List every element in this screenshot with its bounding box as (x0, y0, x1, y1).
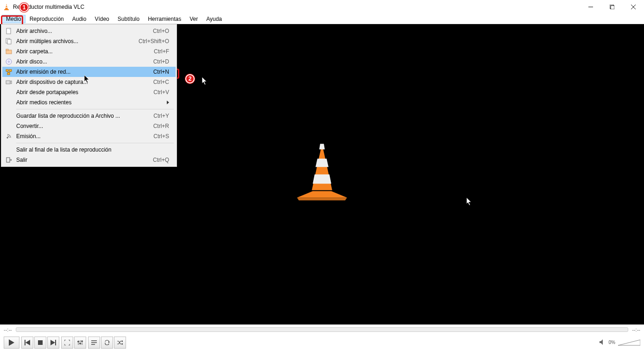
menu-shortcut: Ctrl+Q (153, 157, 174, 163)
svg-rect-25 (7, 73, 10, 75)
menu-shortcut: Ctrl+V (153, 89, 174, 95)
button-row: 0% (0, 335, 644, 350)
svg-rect-45 (77, 341, 79, 342)
menu-shortcut: Ctrl+N (153, 69, 174, 75)
files-icon (4, 38, 13, 45)
menu-subtitulo[interactable]: Subtítulo (114, 15, 144, 23)
menu-label: Abrir desde portapapeles (13, 89, 153, 95)
chevron-right-icon (167, 101, 169, 104)
menu-label: Salir (13, 157, 153, 163)
menu-quit-after[interactable]: Salir al final de la lista de reproducci… (2, 145, 176, 155)
menu-separator (16, 143, 174, 143)
menu-open-disc[interactable]: Abrir disco... Ctrl+D (2, 57, 176, 67)
previous-button[interactable] (21, 337, 33, 349)
svg-rect-6 (611, 6, 614, 9)
menu-video[interactable]: Vídeo (90, 15, 113, 23)
close-button[interactable] (623, 0, 644, 14)
menu-herramientas[interactable]: Herramientas (144, 15, 185, 23)
vlc-cone-logo (294, 141, 350, 203)
menu-shortcut: Ctrl+R (153, 123, 174, 129)
vlc-cone-icon (3, 3, 10, 11)
menu-label: Abrir carpeta... (13, 48, 154, 55)
play-button[interactable] (4, 337, 19, 349)
menu-medio[interactable]: Medio (2, 15, 25, 23)
menu-shortcut: Ctrl+O (153, 28, 174, 34)
svg-rect-31 (6, 158, 10, 162)
menu-shortcut: Ctrl+Y (153, 113, 174, 119)
menu-open-capture[interactable]: Abrir dispositivo de captura... Ctrl+C (2, 77, 176, 87)
menu-open-file[interactable]: Abrir archivo... Ctrl+O (2, 26, 176, 36)
svg-marker-0 (5, 4, 8, 9)
menu-open-recent[interactable]: Abrir medios recientes (2, 97, 176, 108)
menu-label: Abrir archivo... (13, 28, 153, 34)
menu-label: Abrir dispositivo de captura... (13, 79, 153, 85)
volume-slider[interactable] (618, 339, 640, 346)
window-controls (580, 0, 644, 14)
menu-reproduccion[interactable]: Reproducción (25, 15, 68, 23)
menu-open-clipboard[interactable]: Abrir desde portapapeles Ctrl+V (2, 87, 176, 97)
window-title: Reproductor multimedia VLC (13, 4, 84, 10)
menu-ayuda[interactable]: Ayuda (202, 15, 226, 23)
player-controls: --:-- --:-- 0% (0, 325, 644, 350)
svg-rect-3 (6, 7, 8, 8)
menu-bar: Medio Reproducción Audio Vídeo Subtítulo… (0, 14, 644, 24)
menu-shortcut: Ctrl+Shift+O (139, 38, 174, 45)
svg-marker-14 (313, 174, 331, 184)
menu-label: Emisión... (13, 133, 153, 140)
fullscreen-button[interactable] (61, 337, 73, 349)
menu-open-multiple[interactable]: Abrir múltiples archivos... Ctrl+Shift+O (2, 36, 176, 46)
quit-icon (4, 157, 13, 163)
menu-ver[interactable]: Ver (185, 15, 202, 23)
volume-control: 0% (600, 339, 640, 346)
next-button[interactable] (47, 337, 59, 349)
shuffle-button[interactable] (114, 337, 126, 349)
svg-rect-41 (55, 340, 56, 345)
svg-rect-24 (9, 70, 12, 71)
folder-icon (4, 48, 13, 55)
playlist-button[interactable] (88, 337, 100, 349)
menu-separator (16, 109, 174, 109)
maximize-button[interactable] (601, 0, 623, 14)
svg-point-22 (8, 61, 10, 63)
title-bar: Reproductor multimedia VLC (0, 0, 644, 14)
svg-marker-36 (9, 339, 14, 346)
seek-slider[interactable] (16, 327, 629, 332)
menu-open-folder[interactable]: Abrir carpeta... Ctrl+F (2, 46, 176, 57)
loop-button[interactable] (101, 337, 113, 349)
volume-percent: 0% (609, 340, 615, 345)
svg-marker-54 (600, 339, 603, 345)
svg-marker-12 (319, 144, 325, 149)
svg-marker-38 (25, 340, 30, 345)
menu-stream[interactable]: Emisión... Ctrl+S (2, 131, 176, 141)
seek-row: --:-- --:-- (0, 325, 644, 335)
menu-label: Abrir emisión de red... (13, 69, 153, 75)
network-icon (4, 69, 13, 75)
svg-rect-2 (6, 5, 7, 6)
svg-rect-23 (6, 70, 8, 71)
svg-rect-37 (25, 340, 25, 345)
file-icon (4, 28, 13, 34)
svg-rect-20 (6, 49, 8, 51)
extended-settings-button[interactable] (74, 337, 86, 349)
menu-shortcut: Ctrl+D (153, 58, 174, 65)
stream-icon (4, 133, 13, 140)
svg-marker-9 (297, 191, 347, 197)
view-group (61, 337, 86, 349)
minimize-button[interactable] (580, 0, 601, 14)
menu-convert[interactable]: Convertir... Ctrl+R (2, 121, 176, 131)
menu-save-playlist[interactable]: Guardar lista de reproducción a Archivo … (2, 111, 176, 121)
menu-shortcut: Ctrl+C (153, 79, 174, 85)
stop-button[interactable] (34, 337, 46, 349)
menu-audio[interactable]: Audio (68, 15, 91, 23)
menu-quit[interactable]: Salir Ctrl+Q (2, 155, 176, 165)
time-total: --:-- (632, 327, 640, 332)
menu-label: Abrir disco... (13, 58, 153, 65)
menu-open-network[interactable]: Abrir emisión de red... Ctrl+N (2, 67, 176, 77)
svg-rect-1 (4, 9, 9, 10)
dropdown-medio: Abrir archivo... Ctrl+O Abrir múltiples … (1, 24, 177, 167)
speaker-icon[interactable] (600, 339, 606, 346)
svg-marker-55 (618, 340, 640, 345)
playlist-group (88, 337, 126, 349)
svg-marker-40 (51, 340, 55, 345)
menu-label: Abrir múltiples archivos... (13, 38, 139, 45)
